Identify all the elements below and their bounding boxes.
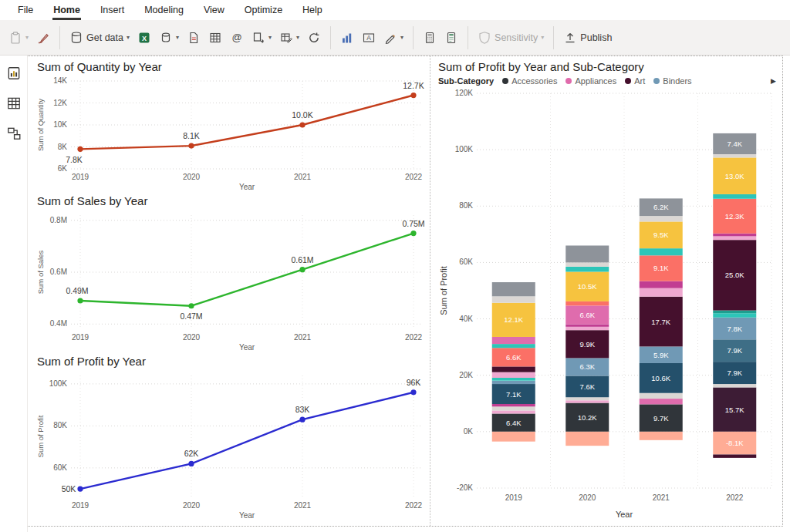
svg-text:2021: 2021	[294, 333, 312, 342]
svg-text:25.0K: 25.0K	[725, 271, 744, 279]
svg-text:2021: 2021	[294, 173, 312, 181]
publish-button[interactable]: Publish	[559, 27, 616, 49]
legend-item-art[interactable]: Art	[625, 76, 645, 86]
menu-item-view[interactable]: View	[194, 1, 235, 20]
svg-text:9.1K: 9.1K	[653, 264, 669, 272]
sql-server-button[interactable]	[183, 27, 204, 49]
sales-line-chart[interactable]: Sum of Sales by Year 20192020202120220.4…	[35, 194, 437, 352]
menu-item-help[interactable]: Help	[292, 1, 333, 20]
data-hub-button[interactable]: ▾	[155, 27, 183, 49]
sensitivity-label: Sensitivity	[495, 32, 538, 43]
legend-item-binders[interactable]: Binders	[653, 76, 691, 86]
get-data-button[interactable]: Get data ▾	[66, 27, 133, 49]
ribbon-separator	[413, 26, 414, 49]
svg-text:2022: 2022	[405, 501, 423, 510]
svg-text:2022: 2022	[405, 333, 423, 342]
chevron-down-icon: ▾	[268, 35, 272, 41]
legend-item-appliances[interactable]: Appliances	[565, 76, 616, 86]
shapes-icon	[383, 31, 397, 45]
menu-item-file[interactable]: File	[8, 1, 43, 20]
main-area: Sum of Quantity by Year 2019202020212022…	[0, 56, 790, 532]
report-view-button[interactable]	[5, 65, 22, 82]
more-visuals-button[interactable]: ▾	[380, 27, 407, 49]
profit-subcategory-bar-chart[interactable]: Sum of Profit by Year and Sub-Category S…	[437, 59, 779, 522]
menu-item-home[interactable]: Home	[43, 1, 90, 20]
svg-text:2019: 2019	[72, 501, 89, 510]
svg-text:0.75M: 0.75M	[402, 219, 424, 228]
transform-data-button[interactable]: ▾	[248, 27, 275, 49]
enter-data-button[interactable]	[204, 27, 226, 49]
ribbon-separator	[553, 26, 554, 49]
svg-text:6.4K: 6.4K	[506, 419, 522, 427]
svg-text:14K: 14K	[53, 76, 67, 85]
format-painter-button[interactable]	[32, 27, 54, 49]
svg-text:12.7K: 12.7K	[403, 81, 424, 90]
new-measure-button[interactable]	[419, 27, 441, 49]
legend-label: Accessories	[511, 76, 557, 86]
svg-text:2019: 2019	[505, 493, 523, 502]
svg-text:17.7K: 17.7K	[651, 318, 670, 326]
svg-text:7.8K: 7.8K	[727, 325, 742, 333]
excel-workbook-button[interactable]: X	[133, 27, 155, 49]
profit-line-chart[interactable]: Sum of Profit by Year 201920202021202260…	[35, 354, 437, 520]
quick-measure-button[interactable]	[441, 27, 462, 49]
svg-text:2019: 2019	[72, 333, 89, 342]
svg-text:60K: 60K	[459, 258, 473, 266]
menu-item-optimize[interactable]: Optimize	[235, 1, 292, 20]
svg-text:80K: 80K	[459, 201, 473, 210]
svg-text:X: X	[142, 34, 147, 42]
new-visual-button[interactable]	[336, 27, 358, 49]
publish-icon	[563, 31, 577, 45]
svg-text:20K: 20K	[459, 371, 473, 379]
document-red-icon	[187, 31, 201, 45]
edit-data-button[interactable]: ▾	[275, 27, 303, 49]
svg-text:Year: Year	[239, 511, 255, 520]
excel-icon: X	[137, 31, 151, 45]
svg-text:Sum of Profit: Sum of Profit	[439, 266, 448, 315]
chevron-down-icon: ▾	[176, 35, 179, 41]
legend: Sub-Category Accessories Appliances Art …	[437, 73, 779, 87]
paste-button[interactable]: ▾	[5, 27, 32, 49]
legend-next-icon[interactable]: ▶	[771, 77, 776, 85]
chevron-down-icon: ▾	[296, 35, 299, 41]
pencil-table-icon	[279, 31, 293, 45]
calculator-icon	[423, 31, 437, 45]
svg-text:80K: 80K	[53, 421, 67, 429]
svg-text:8K: 8K	[58, 143, 68, 151]
sensitivity-button[interactable]: Sensitivity ▾	[474, 27, 548, 49]
model-view-button[interactable]	[5, 125, 22, 142]
legend-dot	[653, 78, 660, 84]
svg-text:62K: 62K	[184, 449, 199, 458]
svg-text:Sum of Quantity: Sum of Quantity	[36, 99, 45, 151]
svg-text:9.7K: 9.7K	[653, 414, 669, 423]
legend-item-accessories[interactable]: Accessories	[502, 76, 557, 86]
profit-chart-plot[interactable]: 201920202021202260K80K100K50K62K83K96KYe…	[35, 368, 437, 520]
bar-chart-icon	[340, 31, 354, 45]
svg-text:6.2K: 6.2K	[653, 203, 669, 211]
bar-chart-plot[interactable]: -20K0K20K40K60K80K100K120K6.4K7.1K6.6K12…	[437, 87, 779, 522]
data-view-button[interactable]	[5, 95, 22, 112]
text-box-button[interactable]: A	[358, 27, 380, 49]
svg-text:Sum of Profit: Sum of Profit	[36, 415, 45, 457]
svg-text:100K: 100K	[49, 379, 68, 388]
report-canvas[interactable]: Sum of Quantity by Year 2019202020212022…	[28, 56, 783, 527]
svg-text:8.1K: 8.1K	[183, 131, 200, 140]
publish-label: Publish	[580, 32, 612, 43]
sales-chart-plot[interactable]: 20192020202120220.4M0.6M0.8M0.49M0.47M0.…	[35, 207, 437, 352]
menu-item-modeling[interactable]: Modeling	[134, 1, 194, 20]
svg-text:0.4M: 0.4M	[50, 319, 67, 328]
menu-item-insert[interactable]: Insert	[90, 1, 134, 20]
svg-text:2020: 2020	[183, 333, 201, 342]
refresh-button[interactable]	[303, 27, 325, 49]
svg-text:6.6K: 6.6K	[579, 311, 595, 319]
svg-text:7.1K: 7.1K	[506, 390, 522, 399]
dataverse-button[interactable]: @	[226, 27, 248, 49]
svg-text:120K: 120K	[455, 89, 474, 97]
quantity-line-chart[interactable]: Sum of Quantity by Year 2019202020212022…	[35, 59, 437, 192]
svg-text:Year: Year	[239, 343, 255, 352]
svg-text:Year: Year	[239, 183, 255, 191]
quantity-chart-plot[interactable]: 20192020202120226K8K10K12K14K7.8K8.1K10.…	[35, 73, 437, 192]
legend-title: Sub-Category	[438, 76, 494, 86]
svg-text:2022: 2022	[405, 173, 423, 181]
brush-icon	[36, 31, 50, 45]
